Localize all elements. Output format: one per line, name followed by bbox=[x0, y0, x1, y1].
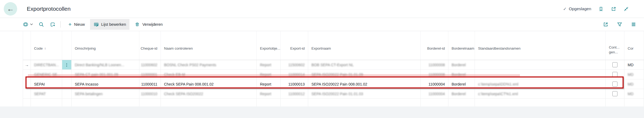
cell-cheque-id[interactable]: 11000010 bbox=[139, 89, 161, 98]
cell-borderelnaam[interactable]: Borderel bbox=[448, 79, 475, 89]
cell-exportnaam[interactable]: SEPA ISO20022 Pain 01.01.09 bbox=[308, 70, 421, 79]
column-header-omschrijving[interactable]: Omschrijving bbox=[72, 31, 139, 60]
cell-borderel-id[interactable]: 11000008 bbox=[421, 70, 448, 79]
cell-exportnaam[interactable]: BOB SEPA CT-Export NL bbox=[308, 60, 421, 69]
column-header-standaardbestandsnamen[interactable]: Standaardbestandsnamen bbox=[475, 31, 606, 60]
cell-code[interactable]: DIRECTBAN... bbox=[31, 60, 62, 69]
checkbox[interactable] bbox=[612, 82, 617, 87]
cell-export-id[interactable]: 11000012 bbox=[281, 89, 308, 98]
cell-omschrijving[interactable]: SEPA Incasso bbox=[72, 79, 139, 89]
delete-button[interactable]: Verwijderen bbox=[131, 19, 166, 30]
cell-cor[interactable]: MD bbox=[624, 70, 644, 79]
filter-button[interactable] bbox=[617, 21, 623, 27]
cell-omschrijving[interactable]: SEPA CT pain 001.001.09 bbox=[72, 70, 139, 79]
cell-cheque-id[interactable]: 11000602 bbox=[139, 60, 161, 69]
cell-exportobjecttype[interactable]: Report bbox=[257, 70, 281, 79]
cell-borderelnaam[interactable]: Borderel bbox=[448, 70, 475, 79]
open-in-new-window-button[interactable] bbox=[611, 6, 616, 12]
cell-borderel-id[interactable]: 11000008 bbox=[421, 60, 448, 69]
checkbox[interactable] bbox=[612, 91, 617, 96]
cell-row-menu[interactable]: ⋮ bbox=[62, 60, 72, 69]
page-background-area bbox=[0, 106, 644, 118]
toolbar-right-icons bbox=[603, 21, 636, 27]
cell-naam-controleren[interactable]: Check EB-M bbox=[161, 70, 257, 79]
cell-text: Check SEPA ISO20022 bbox=[164, 92, 203, 96]
column-header-export-id[interactable]: Export-id bbox=[281, 31, 308, 60]
cell-borderelnaam[interactable]: Borderel bbox=[448, 60, 475, 69]
cell-cheque-id[interactable]: 11000011 bbox=[139, 79, 161, 89]
column-header-borderel-id[interactable]: Borderel-id bbox=[421, 31, 448, 60]
search-button[interactable] bbox=[39, 22, 44, 27]
row-menu-icon[interactable]: ⋮ bbox=[62, 60, 71, 69]
list-icon bbox=[631, 21, 636, 27]
cell-standaardbestandsnamen[interactable] bbox=[475, 60, 606, 69]
column-header-contactgegevens-genereren[interactable]: Cont... gen... bbox=[606, 31, 624, 60]
cell-borderelnaam[interactable]: Borderel bbox=[448, 89, 475, 98]
column-header-cor[interactable]: Cor bbox=[624, 31, 644, 60]
cell-text: Borderel bbox=[452, 82, 466, 86]
back-button[interactable]: ← bbox=[4, 2, 17, 16]
cell-code[interactable]: GENERIC SE... bbox=[31, 70, 62, 79]
minimize-page-button[interactable] bbox=[623, 6, 629, 12]
cell-text: SEPA ISO20022 Pain 01.01.03 bbox=[311, 92, 363, 96]
cell-borderel-id[interactable]: 11000004 bbox=[421, 79, 448, 89]
cell-standaardbestandsnamen[interactable]: c:\temp\sepa\DD%1.xml bbox=[475, 79, 606, 89]
cell-export-id[interactable]: 11000013 bbox=[281, 79, 308, 89]
bookmark-button[interactable] bbox=[598, 6, 604, 12]
cell-naam-controleren[interactable]: Check SEPA Pain 008.001.02 bbox=[161, 79, 257, 89]
cell-naam-controleren[interactable]: BOSNL Check PS02 Payments bbox=[161, 60, 257, 69]
edit-list-button[interactable]: Lijst bewerken bbox=[90, 19, 130, 30]
share-button[interactable] bbox=[603, 21, 609, 27]
choose-columns-button[interactable] bbox=[631, 21, 636, 27]
column-header-exportnaam[interactable]: Exportnaam bbox=[308, 31, 421, 60]
cell-text: 11000004 bbox=[429, 82, 445, 86]
analyze-button[interactable] bbox=[50, 22, 55, 27]
column-header-code[interactable]: Code ↑ bbox=[31, 31, 62, 60]
cell-code[interactable]: SEPAT bbox=[31, 89, 62, 98]
cell-row-menu[interactable] bbox=[62, 70, 72, 79]
cell-cheque-id[interactable]: 11000001 bbox=[139, 70, 161, 79]
cell-cor[interactable]: MD bbox=[624, 89, 644, 98]
column-header-naam-controleren[interactable]: Naam controleren bbox=[161, 31, 257, 60]
cell-row-menu[interactable] bbox=[62, 79, 72, 89]
column-header-cheque-id[interactable]: Cheque-id bbox=[139, 31, 161, 60]
cell-text: MD bbox=[628, 72, 634, 77]
cell-text: Direct Banking/NLB Loonen... bbox=[75, 63, 124, 67]
column-header-borderelnaam[interactable]: Borderelnaam bbox=[448, 31, 475, 60]
cell-exportobjecttype[interactable]: Report bbox=[257, 60, 281, 69]
cell-omschrijving[interactable]: Direct Banking/NLB Loonen... bbox=[72, 60, 139, 69]
cell-text: 11000013 bbox=[288, 82, 305, 86]
cell-export-id[interactable]: 11500602 bbox=[281, 60, 308, 69]
cell-omschrijving[interactable]: SEPA betalingen bbox=[72, 89, 139, 98]
cell-export-id[interactable]: 11000014 bbox=[281, 70, 308, 79]
table-row: → DIRECTBAN... ⋮ Direct Banking/NLB Loon… bbox=[23, 60, 644, 70]
cell-text: SEPA ISO20022 Pain 008.001.02 bbox=[311, 82, 367, 86]
cell-borderel-id[interactable]: 11000004 bbox=[421, 89, 448, 98]
bookmark-icon bbox=[598, 6, 604, 12]
cell-exportobjecttype[interactable]: Report bbox=[257, 79, 281, 89]
cell-row-menu[interactable] bbox=[62, 89, 72, 98]
cell-exportnaam[interactable]: SEPA ISO20022 Pain 008.001.02 bbox=[308, 79, 421, 89]
search-icon bbox=[39, 22, 44, 27]
cell-text: MD bbox=[628, 82, 634, 86]
share-icon bbox=[603, 21, 609, 27]
cell-exportobjecttype[interactable]: Report bbox=[257, 89, 281, 98]
cell-cor[interactable]: MD bbox=[624, 79, 644, 89]
cell-code[interactable]: SEPAI bbox=[31, 79, 62, 89]
column-header-exportobjecttype[interactable]: Exportobje... bbox=[257, 31, 281, 60]
cell-text: 11000010 bbox=[141, 92, 157, 96]
new-button[interactable]: + Nieuw bbox=[65, 20, 88, 29]
column-header-gutter bbox=[23, 31, 31, 60]
cell-standaardbestandsnamen[interactable]: c:\temp\sepa\CT%1.xml bbox=[475, 89, 606, 98]
cell-naam-controleren[interactable]: Check SEPA ISO20022 bbox=[161, 89, 257, 98]
toolbar-divider bbox=[60, 21, 61, 28]
cell-standaardbestandsnamen[interactable] bbox=[475, 70, 606, 79]
views-button[interactable] bbox=[23, 22, 33, 27]
checkbox[interactable] bbox=[612, 62, 617, 67]
cell-text: BOSNL Check PS02 Payments bbox=[164, 63, 216, 67]
column-header-line1: Cont... bbox=[609, 45, 621, 50]
cell-text: 11000004 bbox=[429, 92, 445, 96]
cell-cor[interactable]: MD bbox=[624, 60, 644, 69]
checkbox[interactable] bbox=[612, 72, 617, 77]
cell-exportnaam[interactable]: SEPA ISO20022 Pain 01.01.03 bbox=[308, 89, 421, 98]
